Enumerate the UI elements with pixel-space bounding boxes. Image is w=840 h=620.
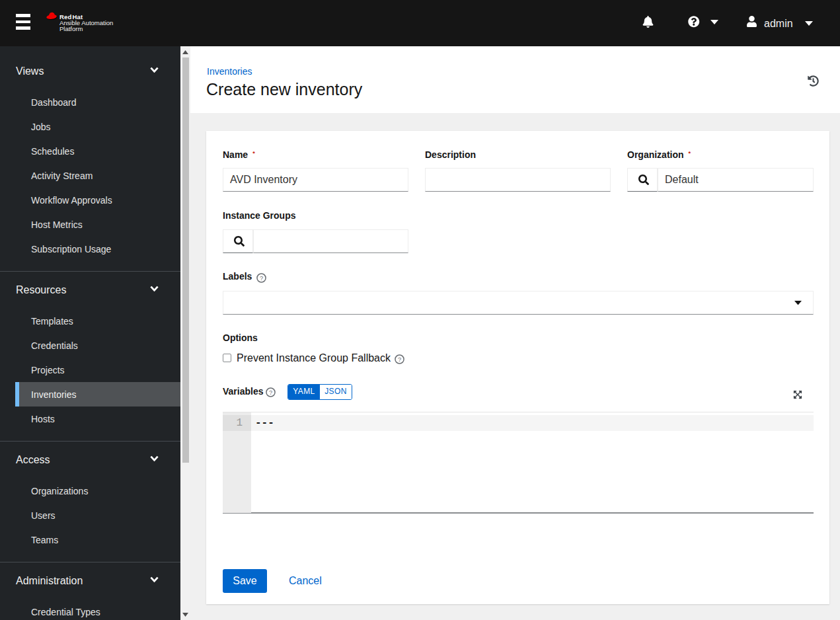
svg-text:?: ? [398, 356, 401, 363]
svg-text:?: ? [269, 389, 272, 395]
svg-text:?: ? [260, 274, 263, 281]
